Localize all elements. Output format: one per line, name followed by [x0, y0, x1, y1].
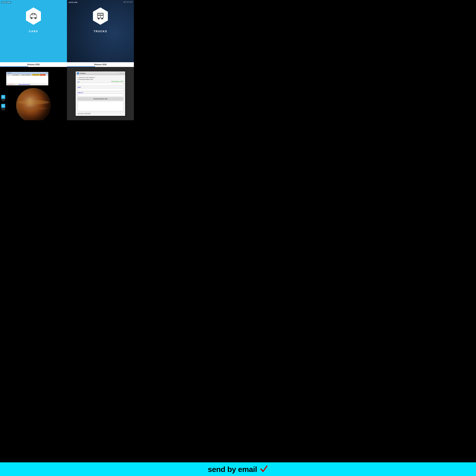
tab-code[interactable]: r7v48...	[40, 74, 46, 76]
activation-app-icon	[77, 72, 79, 74]
tab-get-license[interactable]: 1. Get License...	[11, 74, 21, 76]
enter-code-link[interactable]: Enter an Enterprise code...	[18, 84, 30, 85]
bottom-left-panel: AutocomCars AutocomTrucks Autocom ✕	[0, 67, 67, 120]
small-dialog-titlebar: Autocom ✕	[6, 72, 48, 74]
system-id-input[interactable]	[77, 94, 123, 96]
iss-badges: ISS° ISI° ISU²	[123, 1, 133, 3]
licensed-to: Licensed to: 02/12/2021	[77, 112, 123, 114]
trucks-hexagon	[92, 7, 109, 25]
svg-rect-8	[98, 14, 100, 15]
win-close[interactable]: ✕	[123, 72, 124, 74]
instruction-line2: 2. Generate Activation Code	[77, 78, 123, 80]
tab-export[interactable]: Export	[6, 74, 11, 76]
cars-release-text: Release 2020	[27, 64, 40, 66]
trucks-hex-container	[90, 7, 110, 27]
small-dialog-title: Autocom	[7, 72, 12, 74]
file-input[interactable]	[77, 83, 123, 86]
lost-license-text: Lost a license? ++ ........	[7, 84, 17, 85]
svg-point-13	[102, 18, 102, 19]
cars-icon-label: AutocomCars	[1, 99, 5, 102]
small-dialog-footer: Lost a license? ++ ........ Enter an Ent…	[6, 83, 48, 85]
trucks-icon-label: AutocomTrucks	[1, 108, 5, 110]
trucks-brand-logo: AUTO·COM	[68, 1, 78, 3]
new-release-badge: *New Release in 2022	[111, 81, 123, 82]
autocom-small-dialog[interactable]: Autocom ✕ Export 1. Get License... Syste…	[6, 72, 48, 85]
planet-visual	[16, 88, 51, 120]
win-minimize[interactable]: —	[118, 72, 119, 74]
svg-rect-5	[32, 14, 35, 15]
email-label: Email	[77, 87, 123, 88]
cars-label: CARS	[29, 30, 38, 33]
cars-release-bar: Release 2020	[0, 62, 67, 67]
activation-title-left: Activation	[77, 72, 86, 74]
instruction-line1: 1. Select file or enter System Id	[77, 77, 123, 78]
bottom-section: AutocomCars AutocomTrucks Autocom ✕	[0, 67, 134, 120]
cars-panel[interactable]: AUTO·COM CARS Release 2020	[0, 0, 67, 67]
trucks-panel[interactable]: AUTO·COM ISS° ISI° ISU² TRUCKS	[67, 0, 134, 67]
activation-window-title: Activation	[80, 72, 86, 74]
activation-body: 1. Select file or enter System Id 2. Gen…	[76, 75, 125, 116]
small-dialog-body	[6, 76, 48, 83]
system-id-label: System Id	[77, 92, 123, 93]
trucks-label: TRUCKS	[94, 30, 107, 33]
trucks-release-bar: Release 2020	[67, 62, 134, 67]
desktop-icon-trucks[interactable]: AutocomTrucks	[1, 104, 5, 110]
desktop-icon-cars[interactable]: AutocomCars	[1, 95, 5, 102]
cars-hex-container	[24, 7, 43, 27]
small-dialog-tabs: Export 1. Get License... System Identifi…	[6, 74, 48, 76]
win-restore[interactable]: ☐	[120, 72, 122, 74]
svg-point-3	[31, 18, 32, 18]
bottom-right-panel: Activation — ☐ ✕ 1. Select file or enter…	[67, 67, 134, 120]
tab-pin[interactable]: pin32-d46323	[32, 74, 40, 76]
svg-point-12	[98, 18, 99, 19]
car-icon	[29, 12, 38, 20]
generate-btn[interactable]: Generate Activation Code	[77, 97, 123, 101]
small-dialog-close[interactable]: ✕	[47, 72, 48, 74]
trucks-release-text: Release 2020	[94, 64, 107, 66]
cars-brand-logo: AUTO·COM	[1, 1, 11, 3]
top-section: AUTO·COM CARS Release 2020 A	[0, 0, 134, 67]
email-input[interactable]	[77, 88, 123, 91]
tab-system-id[interactable]: System Identification	[21, 74, 32, 76]
win-controls: — ☐ ✕	[118, 72, 124, 74]
svg-point-4	[35, 18, 36, 18]
activation-instructions: 1. Select file or enter System Id 2. Gen…	[77, 77, 123, 80]
trucks-desktop-icon	[1, 104, 5, 108]
cars-hexagon	[25, 7, 42, 25]
activation-titlebar: Activation — ☐ ✕	[76, 71, 125, 75]
activation-output	[77, 101, 123, 111]
truck-icon	[96, 12, 105, 20]
desktop-icons: AutocomCars AutocomTrucks	[1, 95, 5, 110]
svg-rect-9	[101, 14, 103, 15]
activation-window: Activation — ☐ ✕ 1. Select file or enter…	[76, 71, 125, 116]
cars-desktop-icon	[1, 95, 5, 99]
